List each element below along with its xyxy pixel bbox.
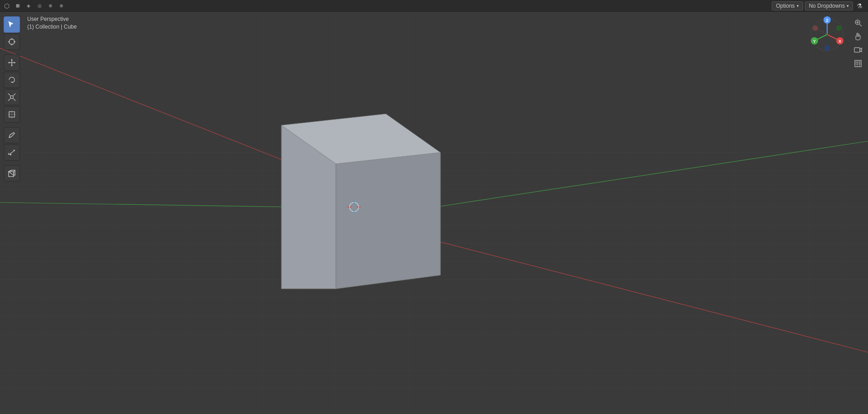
- camera-icon[interactable]: [852, 44, 864, 56]
- select-box-tool[interactable]: [4, 16, 20, 33]
- left-toolbar: [4, 16, 20, 182]
- svg-rect-0: [0, 12, 868, 414]
- svg-line-73: [8, 99, 10, 101]
- pan-hand-icon[interactable]: [852, 30, 864, 43]
- svg-line-41: [0, 202, 291, 207]
- svg-marker-65: [11, 59, 13, 60]
- spreadsheet-icon[interactable]: [852, 57, 864, 70]
- svg-line-50: [336, 275, 440, 289]
- 3d-cursor: [348, 201, 360, 213]
- svg-line-74: [14, 94, 15, 95]
- uv-tab[interactable]: ⊗: [45, 1, 55, 11]
- 3d-viewport[interactable]: User Perspective (1) Collection | Cube: [0, 12, 868, 414]
- texture-tab[interactable]: ⊕: [56, 1, 66, 11]
- svg-line-71: [8, 94, 10, 95]
- svg-marker-57: [9, 21, 13, 27]
- viewport-view-label: User Perspective (1) Collection | Cube: [27, 15, 77, 31]
- rotate-tool[interactable]: [4, 72, 20, 88]
- topbar-right-controls: Options ▾ No Dropdowns ▾ ⚗: [768, 0, 868, 12]
- svg-marker-67: [8, 62, 10, 64]
- layout-tab[interactable]: ⊞: [13, 1, 23, 11]
- svg-line-79: [9, 150, 15, 155]
- modeling-tab[interactable]: ◈: [24, 1, 34, 11]
- svg-line-40: [354, 220, 868, 352]
- svg-point-56: [350, 202, 359, 212]
- svg-text:Y: Y: [813, 39, 816, 44]
- collection-path-label: (1) Collection | Cube: [27, 23, 77, 31]
- svg-point-101: [824, 45, 830, 51]
- svg-rect-82: [10, 154, 11, 155]
- svg-marker-68: [14, 62, 15, 64]
- options-chevron-icon: ▾: [797, 4, 799, 8]
- transform-tool[interactable]: [4, 106, 20, 123]
- svg-text:Z: Z: [826, 18, 829, 23]
- svg-rect-70: [10, 96, 13, 99]
- no-dropdowns-dropdown[interactable]: No Dropdowns ▾: [805, 1, 853, 10]
- options-dropdown[interactable]: Options ▾: [772, 1, 803, 10]
- svg-point-51: [350, 202, 359, 212]
- svg-rect-108: [854, 48, 860, 52]
- svg-line-42: [436, 141, 868, 207]
- svg-marker-109: [860, 48, 862, 52]
- zoom-icon[interactable]: [852, 16, 864, 29]
- blender-menu-icon[interactable]: ⬡: [2, 1, 12, 11]
- top-bar: ⬡ ⊞ ◈ ◎ ⊗ ⊕ Options ▾ No Dropdowns ▾ ⚗: [0, 0, 868, 12]
- cursor-tool[interactable]: [4, 34, 20, 50]
- svg-rect-110: [855, 60, 861, 67]
- svg-line-39: [0, 48, 436, 221]
- svg-marker-43: [281, 114, 440, 164]
- filter-icon[interactable]: ⚗: [855, 2, 864, 10]
- move-tool[interactable]: [4, 54, 20, 71]
- dropdowns-chevron-icon: ▾: [847, 4, 849, 8]
- svg-marker-44: [281, 125, 336, 289]
- svg-marker-66: [11, 65, 13, 66]
- svg-point-103: [836, 25, 842, 31]
- svg-text:X: X: [838, 39, 841, 44]
- scale-tool[interactable]: [4, 89, 20, 105]
- navigation-gizmo[interactable]: Z X Y: [809, 16, 845, 53]
- right-toolbar: [852, 16, 864, 70]
- add-cube-tool[interactable]: [4, 165, 20, 182]
- svg-point-102: [813, 25, 818, 31]
- sculpting-tab[interactable]: ◎: [35, 1, 44, 11]
- annotate-tool[interactable]: [4, 127, 20, 143]
- view-type-label: User Perspective: [27, 15, 77, 23]
- measure-tool[interactable]: [4, 144, 20, 161]
- svg-marker-45: [336, 153, 440, 289]
- svg-line-72: [14, 99, 15, 101]
- viewport-grid: [0, 12, 868, 414]
- svg-line-105: [859, 24, 862, 26]
